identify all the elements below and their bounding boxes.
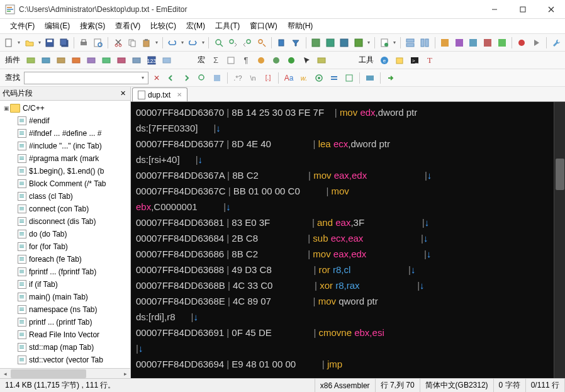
tree-item[interactable]: main() (main Tab): [0, 291, 130, 303]
open-icon[interactable]: [23, 36, 36, 50]
plugin-icon[interactable]: [54, 53, 68, 67]
plugin-icon[interactable]: [130, 53, 143, 67]
tree-item[interactable]: connect (con Tab): [0, 203, 130, 215]
panel-close-button[interactable]: ✕: [118, 89, 128, 99]
explorer-icon[interactable]: [393, 53, 406, 67]
search-prev-icon[interactable]: [165, 71, 179, 85]
tab-active[interactable]: dup.txt ✕: [132, 87, 187, 101]
code-line[interactable]: 00007FF84DD6367C | BB 01 00 00 C0 | mov: [136, 183, 549, 199]
search-opt-icon[interactable]: [327, 71, 341, 85]
plugin-icon[interactable]: 123: [145, 53, 159, 67]
plugin-icon[interactable]: [315, 53, 328, 67]
filter-icon[interactable]: [289, 36, 303, 50]
code-line[interactable]: 00007FF84DD63677 | 8D 4E 40 | lea ecx,dw…: [136, 136, 549, 152]
tree-item[interactable]: class (cl Tab): [0, 190, 130, 203]
dropdown-icon[interactable]: ▾: [154, 40, 159, 45]
tree-item[interactable]: #pragma mark (mark: [0, 152, 130, 165]
scroll-thumb[interactable]: [556, 159, 564, 190]
split-h-icon[interactable]: [404, 36, 417, 50]
maximize-button[interactable]: [508, 0, 537, 19]
scroll-thumb[interactable]: [11, 369, 86, 378]
tools3-icon[interactable]: [467, 36, 480, 50]
plugin-icon[interactable]: [254, 53, 268, 67]
browser-icon[interactable]: e: [378, 53, 391, 67]
whole-word-icon[interactable]: w.: [297, 71, 311, 85]
plugin-icon[interactable]: [224, 53, 238, 67]
code-line[interactable]: 00007FF84DD63691 | 0F 45 DE | cmovne ebx…: [136, 325, 549, 340]
regex-icon[interactable]: .*?: [231, 71, 245, 85]
wrap-icon[interactable]: [310, 36, 323, 50]
code-line[interactable]: 00007FF84DD63670 | 8B 14 25 30 03 FE 7F …: [136, 104, 549, 120]
dsv-icon[interactable]: [352, 36, 366, 50]
panel-hscroll[interactable]: ◂ ▸: [0, 368, 130, 378]
code-line[interactable]: 00007FF84DD6368B | 4C 33 C0 | xor r8,rax…: [136, 277, 549, 293]
code-line[interactable]: 00007FF84DD63688 | 49 D3 C8 | ror r8,cl …: [136, 262, 549, 277]
code-line[interactable]: ebx,C0000001 |↓: [136, 199, 549, 215]
code-line[interactable]: ds:[rsi+40] |↓: [136, 152, 549, 167]
tree-item[interactable]: #ifndef ... #define ... #: [0, 127, 130, 140]
tree-folder[interactable]: ▣ C/C++: [0, 102, 130, 115]
plugin-icon[interactable]: [269, 53, 283, 67]
terminal-icon[interactable]: >_: [408, 53, 422, 67]
tree-item[interactable]: namespace (ns Tab): [0, 303, 130, 316]
search-opt-icon[interactable]: [312, 71, 326, 85]
code-line[interactable]: 00007FF84DD63694 | E9 48 01 00 00 | jmp: [136, 356, 549, 372]
replace-icon[interactable]: [255, 36, 268, 50]
menu-macro[interactable]: 宏(M): [181, 20, 210, 33]
cursor-icon[interactable]: [299, 53, 313, 67]
scroll-right-icon[interactable]: ▸: [120, 369, 130, 378]
find-icon[interactable]: [212, 36, 225, 50]
snippets-tree[interactable]: ▣ C/C++ #endif#ifndef ... #define ... ##…: [0, 101, 130, 368]
search-next-icon[interactable]: [180, 71, 194, 85]
play-icon[interactable]: [530, 36, 543, 50]
dropdown-icon[interactable]: ▾: [201, 40, 205, 45]
tools1-icon[interactable]: [438, 36, 451, 50]
status-encoding[interactable]: 简体中文(GB2312): [420, 379, 494, 392]
dropdown-icon[interactable]: ▾: [17, 40, 21, 45]
plugin-icon[interactable]: [69, 53, 83, 67]
font-icon[interactable]: T: [423, 53, 437, 67]
escape-icon[interactable]: \n: [246, 71, 260, 85]
menu-view[interactable]: 查看(V): [110, 20, 145, 33]
menu-help[interactable]: 帮助(H): [282, 20, 318, 33]
redo-icon[interactable]: [186, 36, 199, 50]
save-icon[interactable]: [43, 36, 56, 50]
tree-item[interactable]: #include "..." (inc Tab): [0, 140, 130, 152]
plugin-icon[interactable]: [84, 53, 98, 67]
scroll-left-icon[interactable]: ◂: [0, 369, 10, 378]
code-area[interactable]: 00007FF84DD63670 | 8B 14 25 30 03 FE 7F …: [131, 102, 554, 378]
editor-vscroll[interactable]: [554, 102, 565, 378]
tree-item[interactable]: $1.begin(), $1.end() (b: [0, 165, 130, 177]
tools4-icon[interactable]: [481, 36, 495, 50]
tree-item[interactable]: fprintf ... (fprintf Tab): [0, 266, 130, 278]
search-opt-icon[interactable]: [363, 71, 377, 85]
cut-icon[interactable]: [111, 36, 125, 50]
search-opt-icon[interactable]: [195, 71, 209, 85]
tree-item[interactable]: do (do Tab): [0, 228, 130, 240]
menu-window[interactable]: 窗口(W): [245, 20, 282, 33]
collapse-icon[interactable]: ▣: [3, 105, 10, 111]
plugin-icon[interactable]: [99, 53, 113, 67]
tree-item[interactable]: #endif: [0, 115, 130, 127]
menu-file[interactable]: 文件(F): [5, 20, 40, 33]
minimize-button[interactable]: [480, 0, 508, 19]
tree-item[interactable]: std::vector (vector Tab: [0, 354, 130, 366]
plugin-icon[interactable]: [284, 53, 298, 67]
tree-item[interactable]: disconnect (dis Tab): [0, 215, 130, 228]
paste-icon[interactable]: [140, 36, 154, 50]
large-file-icon[interactable]: [378, 36, 391, 50]
find-prev-icon[interactable]: [241, 36, 254, 50]
pilcrow-icon[interactable]: ¶: [239, 53, 253, 67]
tree-item[interactable]: foreach (fe Tab): [0, 253, 130, 266]
search-input[interactable]: [27, 74, 140, 82]
code-line[interactable]: 00007FF84DD63681 | 83 E0 3F | and eax,3F…: [136, 215, 549, 230]
dropdown-icon[interactable]: ▾: [140, 75, 145, 81]
save-all-icon[interactable]: [57, 36, 70, 50]
tree-item[interactable]: for (for Tab): [0, 240, 130, 253]
tree-item[interactable]: if (if Tab): [0, 278, 130, 291]
tools5-icon[interactable]: [495, 36, 508, 50]
tsv-icon[interactable]: [338, 36, 351, 50]
code-line[interactable]: ds:[rdi],r8 |↓: [136, 309, 549, 325]
csv-icon[interactable]: [323, 36, 337, 50]
code-line[interactable]: 00007FF84DD63684 | 2B C8 | sub ecx,eax |…: [136, 230, 549, 246]
